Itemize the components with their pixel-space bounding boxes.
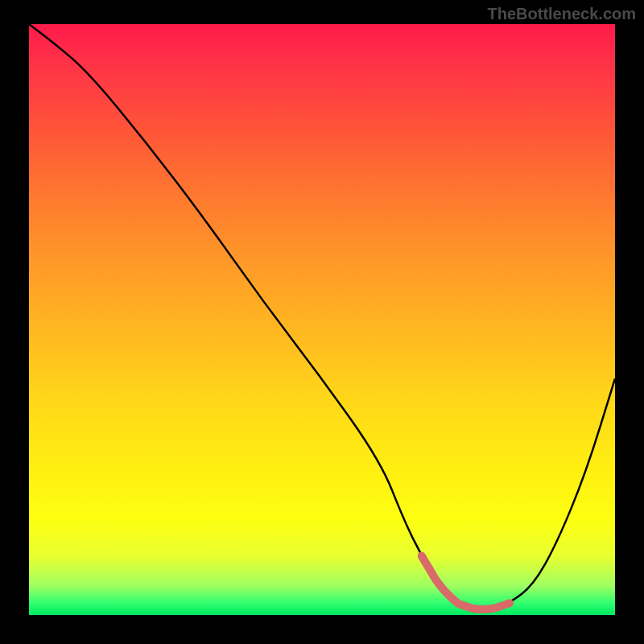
chart-container: TheBottleneck.com	[0, 0, 644, 644]
chart-area	[29, 24, 615, 615]
gradient-background	[29, 24, 615, 615]
watermark-text: TheBottleneck.com	[488, 5, 636, 23]
